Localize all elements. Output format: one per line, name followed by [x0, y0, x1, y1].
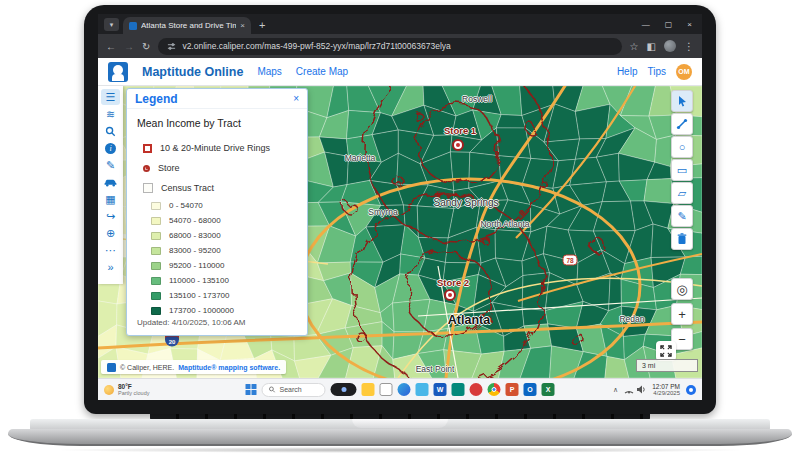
- site-settings-icon[interactable]: [167, 42, 176, 51]
- tab-search-chevron-icon[interactable]: ▾: [104, 18, 119, 31]
- more-icon[interactable]: ⋯: [101, 242, 120, 258]
- store-label: Store 1: [444, 125, 476, 136]
- taskbar-app-edge[interactable]: [398, 383, 411, 396]
- share-icon[interactable]: ↪: [101, 208, 120, 224]
- legend-updated-timestamp: Updated: 4/10/2025, 10:06 AM: [137, 318, 246, 327]
- legend-item-census-tract[interactable]: Census Tract: [137, 178, 297, 198]
- legend-close-icon[interactable]: ×: [293, 93, 299, 104]
- browser-profile-avatar[interactable]: [664, 40, 676, 52]
- store-marker[interactable]: [444, 289, 456, 301]
- window-maximize-button[interactable]: ▢: [665, 20, 673, 29]
- tray-network-volume-icons[interactable]: [624, 385, 646, 394]
- expand-rail-icon[interactable]: »: [101, 259, 120, 275]
- class-range-label: 110000 - 135100: [169, 276, 229, 285]
- legend-class-row: 54070 - 68000: [137, 213, 297, 228]
- class-color-swatch: [151, 292, 161, 300]
- tips-link[interactable]: Tips: [647, 66, 666, 77]
- map-zoom-controls: ◎ + −: [671, 278, 693, 350]
- caliper-logo: [107, 363, 116, 372]
- windows-taskbar: 80°F Partly cloudy Search W: [98, 378, 702, 400]
- measure-tool-icon[interactable]: [671, 113, 693, 135]
- map-label-atlanta: Atlanta: [448, 313, 490, 327]
- attribution-link[interactable]: Maptitude® mapping software.: [178, 364, 280, 371]
- side-panel-icon[interactable]: ◧: [647, 41, 656, 52]
- taskbar-clock[interactable]: 12:07 PM 4/29/2025: [652, 383, 680, 397]
- browser-menu-icon[interactable]: ⋮: [684, 41, 694, 52]
- bookmark-star-icon[interactable]: ☆: [630, 41, 639, 52]
- taskbar-search[interactable]: Search: [262, 383, 326, 397]
- legend-class-row: 83000 - 95200: [137, 243, 297, 258]
- attribution-copyright: © Caliper, HERE.: [120, 364, 174, 371]
- store-marker[interactable]: [452, 139, 464, 151]
- map-label-sandy-springs: Sandy Springs: [433, 197, 498, 208]
- taskbar-app-outlook[interactable]: O: [524, 383, 537, 396]
- forward-icon[interactable]: →: [124, 41, 134, 52]
- locate-target-icon[interactable]: ◎: [671, 278, 693, 300]
- browser-tab-strip: ▾ Atlanta Store and Drive Time | × + — ▢…: [98, 14, 702, 34]
- fullscreen-icon[interactable]: [656, 341, 676, 361]
- taskbar-app-media[interactable]: [470, 383, 483, 396]
- class-color-swatch: [151, 217, 161, 225]
- legend-tool-icon[interactable]: ☰: [101, 89, 120, 105]
- user-avatar[interactable]: OM: [676, 64, 692, 80]
- start-button[interactable]: [246, 384, 257, 395]
- taskbar-app-excel[interactable]: X: [542, 383, 555, 396]
- edit-layer-icon[interactable]: ✎: [101, 157, 120, 173]
- legend-item-drive-rings[interactable]: 10 & 20-Minute Drive Rings: [137, 138, 297, 158]
- map-canvas[interactable]: RoswellMariettaSandy SpringsSmyrnaNorth …: [98, 86, 702, 378]
- reload-icon[interactable]: ↻: [142, 41, 150, 52]
- sun-icon: [104, 385, 114, 395]
- laptop-lid-notch: [352, 419, 448, 428]
- nav-create-map[interactable]: Create Map: [296, 66, 348, 77]
- taskbar-widget-pill[interactable]: [331, 383, 357, 396]
- tab-close-icon[interactable]: ×: [240, 21, 245, 30]
- taskbar-app-powerpoint[interactable]: P: [506, 383, 519, 396]
- browser-tab[interactable]: Atlanta Store and Drive Time | ×: [123, 17, 251, 34]
- legend-layer-title: Mean Income by Tract: [137, 117, 297, 129]
- search-label: Search: [280, 386, 302, 393]
- circle-tool-icon[interactable]: ○: [671, 136, 693, 158]
- help-link[interactable]: Help: [617, 66, 638, 77]
- window-close-button[interactable]: ×: [687, 20, 692, 29]
- apps-grid-icon[interactable]: ▦: [101, 191, 120, 207]
- weather-condition: Partly cloudy: [118, 390, 150, 396]
- new-tab-button[interactable]: +: [259, 19, 265, 31]
- legend-title: Legend: [135, 92, 178, 106]
- draw-tool-icon[interactable]: ✎: [671, 205, 693, 227]
- map-label-smyrna: Smyrna: [368, 207, 397, 217]
- drive-time-car-icon[interactable]: [101, 174, 120, 190]
- taskbar-app-chrome[interactable]: [488, 383, 501, 396]
- app-brand: Maptitude Online: [142, 65, 243, 79]
- layers-icon[interactable]: ≋: [101, 106, 120, 122]
- back-icon[interactable]: ←: [106, 41, 116, 52]
- taskbar-app-store[interactable]: [416, 383, 429, 396]
- tab-favicon: [129, 22, 137, 30]
- taskbar-app-word[interactable]: W: [434, 383, 447, 396]
- taskbar-app-file-explorer[interactable]: [362, 383, 375, 396]
- notification-badge[interactable]: [686, 385, 696, 395]
- window-minimize-button[interactable]: —: [642, 20, 650, 29]
- legend-panel: Legend × Mean Income by Tract 10 & 20-Mi…: [126, 88, 308, 336]
- store-label: Store 2: [437, 277, 469, 288]
- nav-maps[interactable]: Maps: [257, 66, 281, 77]
- tray-chevron-icon[interactable]: ∧: [613, 386, 618, 394]
- map-tool-rail-left: ☰ ≋ i ✎ ▦ ↪ ⊕ ⋯ »: [98, 86, 123, 284]
- map-label-east-point: East Point: [416, 364, 455, 374]
- globe-icon[interactable]: ⊕: [101, 225, 120, 241]
- taskbar-weather-widget[interactable]: 80°F Partly cloudy: [104, 383, 150, 396]
- address-bar[interactable]: v2.online.caliper.com/mas-499-pwf-852-yy…: [158, 38, 621, 55]
- taskbar-app-teams[interactable]: [452, 383, 465, 396]
- pointer-tool-icon[interactable]: [671, 90, 693, 112]
- search-icon[interactable]: [101, 123, 120, 139]
- legend-class-row: 173700 - 1000000: [137, 303, 297, 318]
- info-icon[interactable]: i: [101, 140, 120, 156]
- rectangle-tool-icon[interactable]: ▭: [671, 159, 693, 181]
- class-range-label: 135100 - 173700: [169, 291, 230, 300]
- delete-tool-icon[interactable]: [671, 228, 693, 250]
- legend-item-store[interactable]: Store: [137, 158, 297, 178]
- zoom-in-button[interactable]: +: [671, 303, 693, 325]
- map-label-marietta: Marietta: [345, 153, 376, 163]
- drive-rings-swatch: [143, 144, 152, 153]
- taskbar-app-chat[interactable]: [380, 383, 393, 396]
- polygon-tool-icon[interactable]: ▱: [671, 182, 693, 204]
